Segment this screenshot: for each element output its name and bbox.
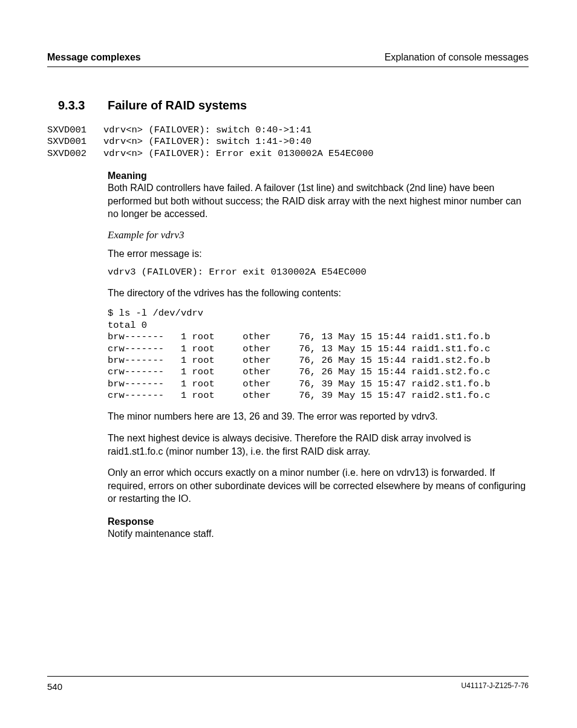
running-head: Message complexes Explanation of console… [47,52,529,67]
section-title-text: Failure of RAID systems [108,99,247,112]
paragraph: The next highest device is always decisi… [108,432,529,458]
code-line: brw------- 1 root other 76, 13 May 15 15… [108,331,529,343]
directory-intro: The directory of the vdrives has the fol… [108,287,529,300]
document-id: U41117-J-Z125-7-76 [461,681,529,692]
paragraph: The minor numbers here are 13, 26 and 39… [108,410,529,423]
code-line: SXVD001 vdrv<n> (FAILOVER): switch 1:41-… [47,136,529,148]
meaning-heading: Meaning [108,171,529,181]
response-heading: Response [108,516,529,527]
code-line: SXVD002 vdrv<n> (FAILOVER): Error exit 0… [47,148,529,160]
code-line: $ ls -l /dev/vdrv [108,308,529,319]
section-heading: 9.3.3Failure of RAID systems [47,99,529,112]
code-line: brw------- 1 root other 76, 39 May 15 15… [108,379,529,390]
response-text: Notify maintenance staff. [108,527,529,541]
code-line: SXVD001 vdrv<n> (FAILOVER): switch 0:40-… [47,125,529,136]
meaning-text: Both RAID controllers have failed. A fai… [108,181,529,221]
example-error-line: vdrv3 (FAILOVER): Error exit 0130002A E5… [108,267,529,278]
running-head-right: Explanation of console messages [385,52,529,63]
example-intro: The error message is: [108,247,529,261]
code-line: crw------- 1 root other 76, 39 May 15 15… [108,390,529,401]
code-line: crw------- 1 root other 76, 13 May 15 15… [108,343,529,355]
section-number: 9.3.3 [58,99,108,112]
code-line: crw------- 1 root other 76, 26 May 15 15… [108,366,529,378]
code-line: brw------- 1 root other 76, 26 May 15 15… [108,355,529,366]
message-code-block: SXVD001 vdrv<n> (FAILOVER): switch 0:40-… [47,125,529,160]
paragraph: Only an error which occurs exactly on a … [108,466,529,505]
page-number: 540 [47,681,62,692]
code-line: total 0 [108,320,529,331]
page-footer: 540 U41117-J-Z125-7-76 [47,676,529,692]
ls-output-block: $ ls -l /dev/vdrv total 0 brw------- 1 r… [108,308,529,401]
running-head-left: Message complexes [47,52,141,63]
example-heading: Example for vdrv3 [108,229,529,241]
